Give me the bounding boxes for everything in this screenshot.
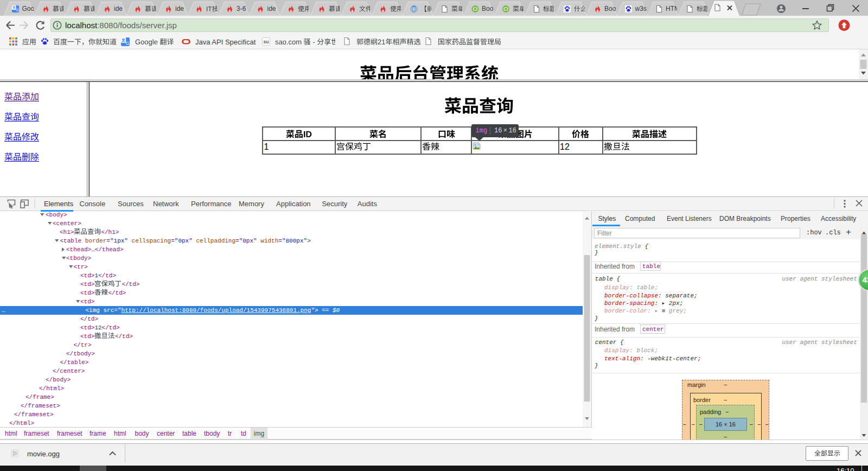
svg-text:G: G [16,8,18,12]
svg-text:G: G [126,41,130,46]
svg-text:su: su [264,39,269,44]
svg-text:436: 436 [862,275,868,284]
